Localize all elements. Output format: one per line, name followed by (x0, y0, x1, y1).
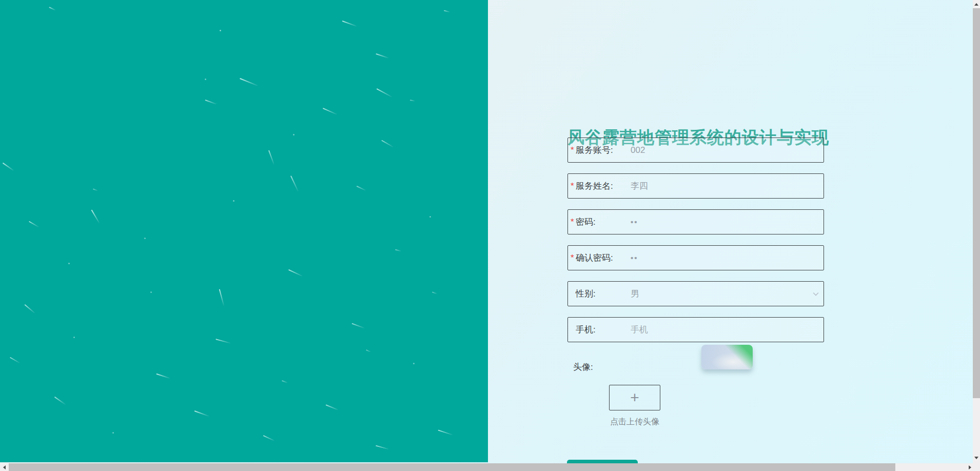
particle-line (216, 339, 231, 344)
particle-line (156, 373, 170, 379)
password-label: 密码: (576, 216, 631, 228)
particle-dot (233, 200, 234, 202)
particle-line (263, 435, 275, 441)
particle-line (93, 189, 98, 191)
particle-line (323, 108, 337, 115)
app-window: 风谷露营地管理系统的设计与实现 * 服务账号: * 服务姓名: * 密码: * … (0, 0, 980, 471)
particle-dot (112, 432, 114, 434)
phone-input[interactable] (631, 325, 824, 335)
scroll-up-button[interactable] (973, 0, 980, 8)
particle-line (342, 21, 357, 27)
particle-line (351, 323, 364, 329)
confirm-password-label: 确认密码: (576, 252, 631, 264)
avatar-preview-image (701, 345, 753, 369)
particle-line (381, 140, 394, 148)
avatar-label: 头像: (573, 361, 593, 373)
particle-line (194, 410, 209, 417)
particle-line (3, 163, 14, 171)
particle-dot (68, 263, 70, 264)
particle-dot (293, 134, 295, 135)
scroll-right-button[interactable] (966, 463, 974, 471)
particle-line (444, 10, 450, 12)
horizontal-scrollbar[interactable] (0, 463, 980, 471)
field-password[interactable]: * 密码: (567, 209, 824, 234)
chevron-down-icon (808, 290, 824, 298)
particle-line (290, 175, 299, 192)
scroll-down-button[interactable] (973, 454, 980, 462)
particle-line (24, 304, 35, 313)
service-account-label: 服务账号: (576, 144, 631, 156)
particle-dot (220, 30, 221, 31)
service-name-label: 服务姓名: (576, 180, 631, 192)
vertical-scrollbar[interactable] (973, 0, 980, 463)
particle-line (326, 404, 339, 410)
particle-line (219, 289, 224, 306)
particle-dot (150, 291, 152, 293)
upload-avatar-button[interactable]: + (609, 385, 660, 410)
upload-caption: 点击上传头像 (609, 417, 660, 427)
required-mark: * (571, 182, 576, 190)
particle-dot (73, 337, 75, 338)
register-form: * 服务账号: * 服务姓名: * 密码: * 确认密码: * 性别: 男 (567, 138, 824, 353)
field-service-name[interactable]: * 服务姓名: (567, 173, 824, 199)
particle-line (49, 7, 56, 11)
required-mark: * (571, 253, 576, 262)
required-mark: * (571, 218, 576, 226)
particle-dot (413, 363, 415, 364)
field-confirm-password[interactable]: * 确认密码: (567, 245, 824, 270)
particle-line (366, 349, 371, 352)
scroll-left-button[interactable] (0, 463, 8, 471)
particle-line (438, 429, 453, 435)
particle-line (376, 445, 389, 450)
password-input[interactable] (631, 218, 824, 226)
particle-line (288, 269, 303, 276)
field-phone[interactable]: * 手机: (567, 317, 824, 342)
particle-line (205, 100, 217, 105)
plus-icon: + (630, 390, 639, 405)
horizontal-scrollbar-thumb[interactable] (9, 463, 895, 471)
particle-line (29, 221, 39, 228)
particle-line (395, 249, 401, 251)
decor-panel (0, 0, 488, 462)
gender-select[interactable]: 男 (631, 288, 808, 300)
confirm-password-input[interactable] (631, 253, 824, 262)
required-mark: * (571, 146, 576, 154)
particle-line (282, 380, 288, 383)
particle-line (432, 292, 437, 295)
service-name-input[interactable] (631, 181, 824, 191)
field-service-account[interactable]: * 服务账号: (567, 138, 824, 163)
field-gender[interactable]: * 性别: 男 (567, 281, 824, 306)
gender-label: 性别: (576, 288, 631, 300)
service-account-input[interactable] (631, 145, 824, 155)
particle-line (377, 88, 393, 97)
particle-line (91, 209, 100, 223)
particle-line (376, 53, 389, 58)
particle-line (240, 78, 258, 86)
particle-dot (429, 216, 431, 218)
particle-line (410, 100, 415, 102)
particle-line (357, 186, 366, 191)
particle-dot (205, 78, 206, 80)
particle-line (10, 357, 20, 364)
particle-line (268, 150, 274, 165)
particle-line (54, 397, 65, 405)
particle-dot (144, 238, 146, 239)
phone-label: 手机: (576, 324, 631, 336)
vertical-scrollbar-thumb[interactable] (973, 8, 980, 398)
